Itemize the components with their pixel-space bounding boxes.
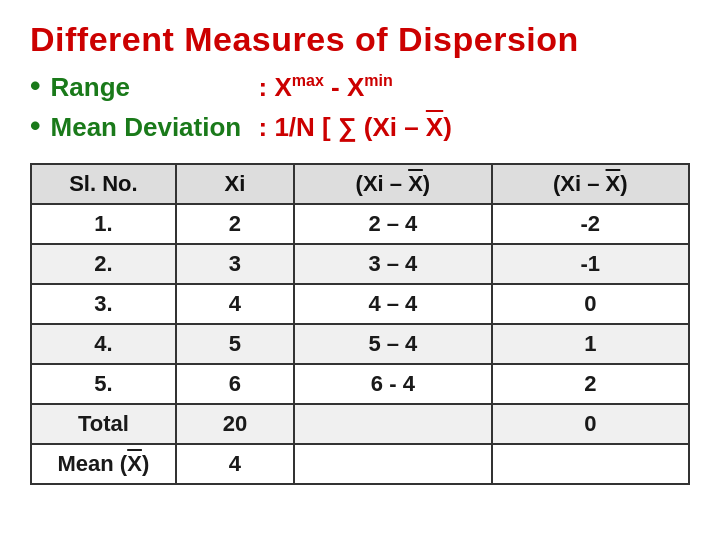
data-table: Sl. No. Xi (Xi – X) (Xi – X) 1. 2 2 – 4 … xyxy=(30,163,690,485)
cell-slno: 3. xyxy=(31,284,176,324)
cell-result: 0 xyxy=(492,284,689,324)
range-formula: : Xmax - Xmin xyxy=(259,71,393,105)
bullet-dot-1: • xyxy=(30,71,41,101)
cell-result: 1 xyxy=(492,324,689,364)
mean-deviation-formula: : 1/N [ ∑ (Xi – X) xyxy=(259,111,452,145)
cell-slno: 2. xyxy=(31,244,176,284)
cell-result: -2 xyxy=(492,204,689,244)
cell-mean-col4 xyxy=(492,444,689,484)
cell-xi: 3 xyxy=(176,244,294,284)
cell-diff: 2 – 4 xyxy=(294,204,491,244)
page-title: Different Measures of Dispersion xyxy=(30,20,690,59)
cell-xi: 2 xyxy=(176,204,294,244)
cell-slno: 5. xyxy=(31,364,176,404)
table-row: 5. 6 6 - 4 2 xyxy=(31,364,689,404)
table-header-row: Sl. No. Xi (Xi – X) (Xi – X) xyxy=(31,164,689,204)
table-row: 2. 3 3 – 4 -1 xyxy=(31,244,689,284)
bullet-label-range: Range xyxy=(51,71,251,105)
cell-slno: 4. xyxy=(31,324,176,364)
bullet-label-mean-deviation: Mean Deviation xyxy=(51,111,251,145)
bullet-dot-2: • xyxy=(30,111,41,141)
header-xi-minus-xbar-abs: (Xi – X) xyxy=(492,164,689,204)
cell-result: -1 xyxy=(492,244,689,284)
table-row: 1. 2 2 – 4 -2 xyxy=(31,204,689,244)
header-xi: Xi xyxy=(176,164,294,204)
cell-mean-label: Mean (X) xyxy=(31,444,176,484)
cell-total-xi: 20 xyxy=(176,404,294,444)
table-row: 4. 5 5 – 4 1 xyxy=(31,324,689,364)
cell-diff: 6 - 4 xyxy=(294,364,491,404)
cell-mean-col3 xyxy=(294,444,491,484)
table-row: 3. 4 4 – 4 0 xyxy=(31,284,689,324)
cell-result: 2 xyxy=(492,364,689,404)
bullets-section: • Range : Xmax - Xmin • Mean Deviation :… xyxy=(30,71,690,145)
cell-mean-xi: 4 xyxy=(176,444,294,484)
table-total-row: Total 20 0 xyxy=(31,404,689,444)
header-xi-minus-xbar: (Xi – X) xyxy=(294,164,491,204)
cell-xi: 5 xyxy=(176,324,294,364)
table-mean-row: Mean (X) 4 xyxy=(31,444,689,484)
cell-xi: 4 xyxy=(176,284,294,324)
cell-total-col4: 0 xyxy=(492,404,689,444)
cell-slno: 1. xyxy=(31,204,176,244)
cell-total-label: Total xyxy=(31,404,176,444)
cell-total-col3 xyxy=(294,404,491,444)
cell-diff: 4 – 4 xyxy=(294,284,491,324)
cell-diff: 3 – 4 xyxy=(294,244,491,284)
cell-diff: 5 – 4 xyxy=(294,324,491,364)
header-slno: Sl. No. xyxy=(31,164,176,204)
bullet-mean-deviation: • Mean Deviation : 1/N [ ∑ (Xi – X) xyxy=(30,111,690,145)
bullet-range: • Range : Xmax - Xmin xyxy=(30,71,690,105)
cell-xi: 6 xyxy=(176,364,294,404)
